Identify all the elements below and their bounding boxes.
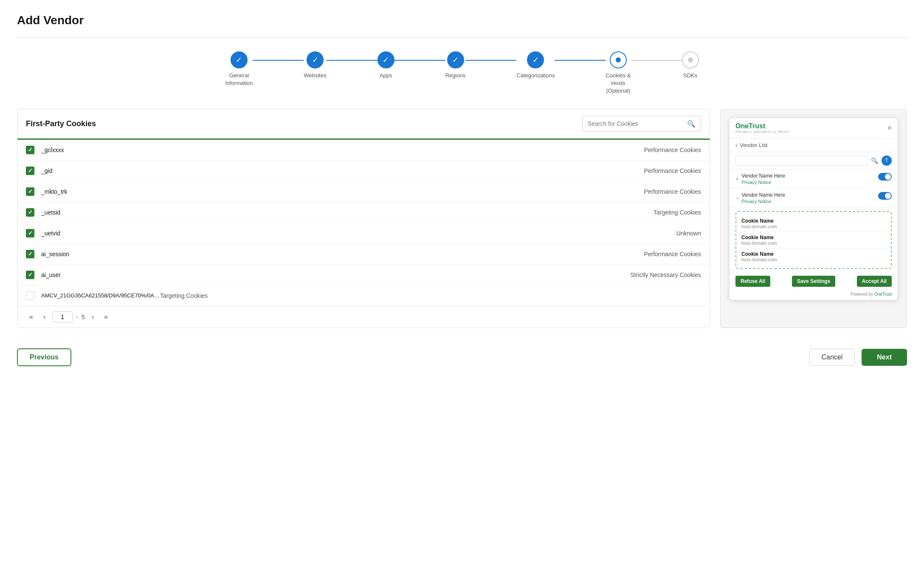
step-connector-2 [327, 60, 377, 61]
page-title: Add Vendor [17, 14, 907, 27]
cookie-name: _uetvid [41, 230, 676, 237]
table-row: ai_user Strictly Necessary Cookies [17, 265, 710, 286]
step-categorizations: ✓ Categorizations [516, 51, 555, 79]
refuse-all-button[interactable]: Refuse All [735, 276, 770, 287]
right-panel: OneTrust PRIVACY, SECURITY & TRUST × ‹ V… [720, 109, 907, 328]
checkbox-uetvid[interactable] [26, 229, 34, 237]
ot-logo: OneTrust PRIVACY, SECURITY & TRUST [735, 122, 789, 134]
page-number-input[interactable] [52, 311, 73, 322]
checkmark-icon-4: ✓ [452, 55, 459, 65]
checkbox-uetsid[interactable] [26, 208, 34, 217]
save-settings-button[interactable]: Save Settings [792, 276, 836, 287]
step-label-sdks: SDKs [683, 72, 697, 79]
cookie-detail-name: Cookie Name [741, 235, 886, 240]
page-separator: - [76, 314, 78, 320]
table-row: ai_session Performance Cookies [17, 244, 710, 265]
step-connector-5 [555, 60, 606, 61]
cookie-detail-name: Cookie Name [741, 251, 886, 257]
last-page-button[interactable]: » [101, 311, 111, 322]
checkbox-mkto[interactable] [26, 187, 34, 196]
cookie-category: Strictly Necessary Cookies [631, 271, 701, 278]
step-connector-4 [465, 60, 516, 61]
step-circle-apps: ✓ [377, 51, 394, 68]
cookie-category: Targeting Cookies [160, 292, 208, 299]
checkmark-icon-3: ✓ [383, 55, 389, 65]
ot-close-button[interactable]: × [887, 124, 892, 133]
vendor-toggle[interactable] [878, 173, 892, 181]
back-arrow-icon: ‹ [735, 142, 737, 148]
cookie-category: Performance Cookies [644, 188, 701, 195]
step-general-information: ✓ GeneralInformation [225, 51, 253, 87]
vendor-info: Vendor Name Here Privacy Notice [741, 173, 785, 185]
cookie-name: _mkto_trk [41, 188, 644, 195]
powered-by-text: Powered by [851, 292, 874, 297]
step-connector-1 [253, 60, 304, 61]
table-row: _uetsid Targeting Cookies [17, 202, 710, 223]
vendor-toggle[interactable] [878, 192, 892, 200]
table-row: AMCV_21GG35CA621558/D9A/95CE70%/0AdobeOr… [17, 286, 710, 306]
cookie-detail-domain: host.domain.com [741, 257, 886, 262]
step-circle-websites: ✓ [307, 51, 324, 68]
cookie-category: Unknown [676, 230, 701, 237]
step-label-websites: Websites [304, 72, 326, 79]
vendor-name-row: + Vendor Name Here Privacy Notice [735, 173, 785, 185]
search-box[interactable]: 🔍 [582, 116, 701, 132]
vendor-info: Vendor Name Here Privacy Notice [741, 192, 785, 204]
accept-all-button[interactable]: Accept All [857, 276, 892, 287]
step-apps: ✓ Apps [377, 51, 394, 79]
step-regions: ✓ Regions [445, 51, 466, 79]
ot-logo-sub: PRIVACY, SECURITY & TRUST [735, 130, 789, 134]
onetrust-popup: OneTrust PRIVACY, SECURITY & TRUST × ‹ V… [729, 118, 898, 300]
cookie-table: _gclxxxx Performance Cookies _gid Perfor… [17, 140, 710, 306]
checkbox-ai-user[interactable] [26, 271, 34, 279]
step-circle-categorizations: ✓ [527, 51, 544, 68]
ot-header: OneTrust PRIVACY, SECURITY & TRUST × [730, 118, 898, 139]
checkbox-gclxxxx[interactable] [26, 146, 34, 154]
step-circle-sdks [682, 51, 699, 68]
table-row: _uetvid Unknown [17, 223, 710, 244]
step-circle-cookies [610, 51, 627, 68]
first-page-button[interactable]: « [26, 311, 37, 322]
checkbox-ai-session[interactable] [26, 250, 34, 258]
ot-back-nav[interactable]: ‹ Vendor List [730, 139, 898, 152]
cookie-details-panel: Cookie Name host.domain.com Cookie Name … [735, 211, 892, 269]
step-connector-6 [631, 60, 682, 61]
prev-page-button[interactable]: ‹ [40, 311, 49, 322]
ot-filter-button[interactable]: T [882, 155, 892, 166]
btn-right-group: Cancel Next [809, 349, 907, 366]
list-item: Cookie Name host.domain.com [740, 249, 887, 265]
page-container: Add Vendor ✓ GeneralInformation ✓ Websit… [0, 0, 924, 390]
next-button[interactable]: Next [862, 349, 907, 366]
list-item: Cookie Name host.domain.com [740, 232, 887, 249]
table-row: _gid Performance Cookies [17, 161, 710, 181]
checkbox-amcv[interactable] [26, 291, 34, 300]
step-sdks: SDKs [682, 51, 699, 79]
ot-back-title: Vendor List [740, 142, 767, 148]
step-connector-3 [394, 60, 445, 61]
next-page-button[interactable]: › [88, 311, 97, 322]
list-item: + Vendor Name Here Privacy Notice [730, 170, 898, 189]
cancel-button[interactable]: Cancel [809, 349, 855, 366]
vendor-privacy-link[interactable]: Privacy Notice [741, 180, 785, 185]
main-content: First-Party Cookies 🔍 _gclxxxx Performan… [17, 109, 907, 328]
checkbox-gid[interactable] [26, 167, 34, 175]
cookie-detail-domain: host.domain.com [741, 240, 886, 246]
powered-by-brand: OneTrust [874, 292, 892, 297]
ot-search-button[interactable]: 🔍 [871, 157, 878, 164]
search-input[interactable] [588, 120, 687, 127]
vendor-name-row: − Vendor Name Here Privacy Notice [735, 192, 785, 204]
vendor-privacy-link[interactable]: Privacy Notice [741, 199, 785, 204]
step-label-categorizations: Categorizations [516, 72, 555, 79]
previous-button[interactable]: Previous [17, 348, 71, 366]
cookie-name: ai_session [41, 251, 644, 257]
step-cookies: Cookies &Hosts(Optional) [606, 51, 631, 95]
step-websites: ✓ Websites [304, 51, 326, 79]
list-item: Cookie Name host.domain.com [740, 215, 887, 232]
vendor-name: Vendor Name Here [741, 173, 785, 179]
table-row: _gclxxxx Performance Cookies [17, 140, 710, 161]
ot-footer: Refuse All Save Settings Accept All [730, 272, 898, 290]
ot-vendor-list: + Vendor Name Here Privacy Notice − [730, 170, 898, 208]
ot-search-input[interactable] [735, 155, 868, 166]
ot-powered: Powered by OneTrust [730, 290, 898, 300]
vendor-minus-icon: − [735, 195, 739, 201]
